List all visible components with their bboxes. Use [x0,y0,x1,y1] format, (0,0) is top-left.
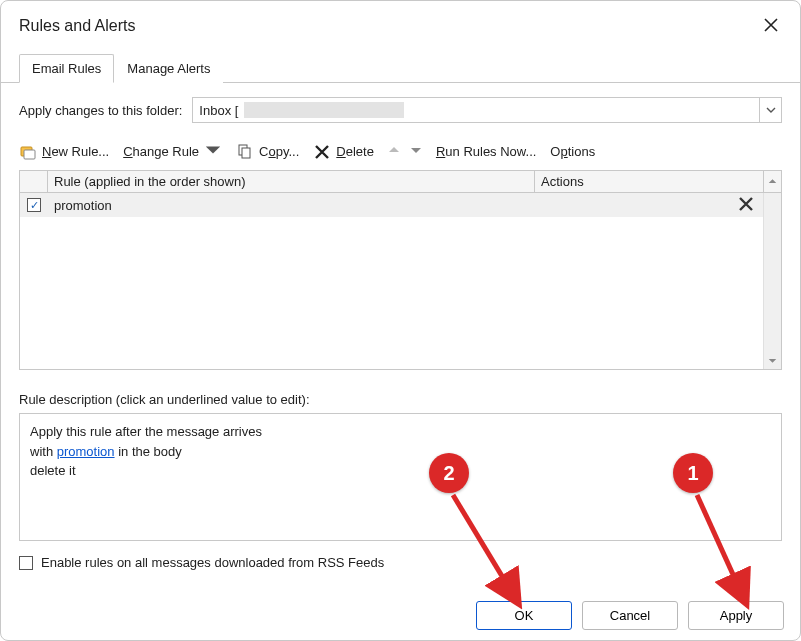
tab-pane-email-rules: Apply changes to this folder: Inbox [ Ne… [1,83,800,570]
new-rule-button[interactable]: New Rule... [19,143,109,161]
delete-x-icon [737,195,755,216]
chevron-down-icon [204,141,222,162]
close-button[interactable] [756,11,786,41]
delete-rule-button[interactable]: Delete [313,143,374,161]
rule-description-label: Rule description (click an underlined va… [19,392,782,407]
rules-table-col-actions[interactable]: Actions [535,171,763,192]
dialog-footer: OK Cancel Apply [476,601,784,630]
table-row[interactable]: ✓ promotion [20,193,781,217]
enable-rss-rules-checkbox[interactable]: ✓ [19,556,33,570]
scroll-up-icon[interactable] [763,171,781,192]
rule-desc-line: Apply this rule after the message arrive… [30,422,771,442]
close-icon [764,18,778,34]
move-down-button[interactable] [410,144,422,159]
rules-toolbar: New Rule... Change Rule Copy... Delete [19,141,782,162]
options-button[interactable]: Options [550,144,595,159]
rules-table: Rule (applied in the order shown) Action… [19,170,782,370]
folder-select-redacted [244,102,404,118]
svg-rect-1 [24,150,35,159]
rule-name: promotion [48,198,553,213]
delete-x-icon [313,143,331,161]
rule-condition-link[interactable]: promotion [57,444,115,459]
svg-rect-3 [242,148,250,158]
ok-button[interactable]: OK [476,601,572,630]
rule-enabled-checkbox[interactable]: ✓ [27,198,41,212]
rule-desc-line: with promotion in the body [30,442,771,462]
scroll-down-icon[interactable] [764,354,781,369]
run-rules-now-button[interactable]: Run Rules Now... [436,144,536,159]
cancel-button[interactable]: Cancel [582,601,678,630]
folder-select-value: Inbox [ [199,103,238,118]
annotation-badge-2: 2 [429,453,469,493]
enable-rss-rules-label: Enable rules on all messages downloaded … [41,555,384,570]
change-rule-button[interactable]: Change Rule [123,141,222,162]
rules-table-col-check[interactable] [20,171,48,192]
copy-icon [236,143,254,161]
vertical-scrollbar[interactable] [763,193,781,369]
rules-table-col-rule[interactable]: Rule (applied in the order shown) [48,171,535,192]
rule-desc-line: delete it [30,461,771,481]
rule-description-box: Apply this rule after the message arrive… [19,413,782,541]
chevron-down-icon[interactable] [759,98,781,122]
folder-select[interactable]: Inbox [ [192,97,782,123]
folder-label: Apply changes to this folder: [19,103,182,118]
move-up-button[interactable] [388,144,400,159]
copy-rule-button[interactable]: Copy... [236,143,299,161]
rules-table-header: Rule (applied in the order shown) Action… [20,171,781,193]
apply-button[interactable]: Apply [688,601,784,630]
annotation-badge-1: 1 [673,453,713,493]
new-rule-icon [19,143,37,161]
tab-strip: Email Rules Manage Alerts [1,53,800,83]
tab-manage-alerts[interactable]: Manage Alerts [114,54,223,83]
window-title: Rules and Alerts [19,17,136,35]
tab-email-rules[interactable]: Email Rules [19,54,114,83]
